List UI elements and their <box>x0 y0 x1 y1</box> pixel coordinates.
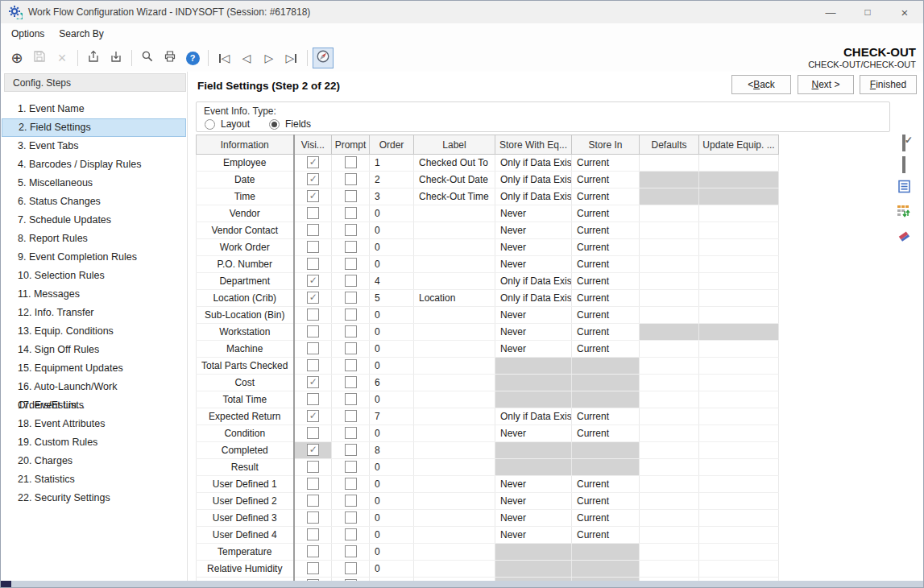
cell-visible[interactable] <box>294 290 332 307</box>
cell-visible[interactable] <box>294 442 332 459</box>
cell-visible[interactable] <box>294 391 332 408</box>
cell-store-in[interactable]: Current <box>572 527 640 544</box>
cell-prompt[interactable] <box>332 391 370 408</box>
cell-store-in[interactable]: Current <box>572 205 640 222</box>
visible-checkbox[interactable] <box>307 461 319 473</box>
cell-visible[interactable] <box>294 476 332 493</box>
cell-defaults[interactable] <box>640 527 699 544</box>
eraser-button[interactable] <box>897 229 911 246</box>
prompt-checkbox[interactable] <box>345 427 357 439</box>
cell-prompt[interactable] <box>332 442 370 459</box>
cell-defaults[interactable] <box>640 256 699 273</box>
cell-store-with[interactable]: Never <box>495 425 572 442</box>
cell-store-in[interactable]: Current <box>572 172 640 188</box>
cell-defaults[interactable] <box>640 510 699 527</box>
export-button[interactable] <box>83 48 104 68</box>
sidebar-item-step-3[interactable]: 3. Event Tabs <box>1 137 187 155</box>
cell-prompt[interactable] <box>332 493 370 510</box>
cell-prompt[interactable] <box>332 273 370 290</box>
cell-store-in[interactable]: Current <box>572 222 640 239</box>
column-header-store_with[interactable]: Store With Eq... <box>495 135 572 155</box>
cell-defaults[interactable] <box>640 493 699 510</box>
cell-order[interactable]: 1 <box>370 155 414 172</box>
cell-information[interactable]: Vendor <box>197 205 294 222</box>
sidebar-item-step-2[interactable]: 2. Field Settings <box>2 118 186 137</box>
horizontal-scrollbar[interactable] <box>1 581 923 587</box>
cell-defaults[interactable] <box>640 391 699 408</box>
cell-store-in[interactable]: Current <box>572 273 640 290</box>
cell-visible[interactable] <box>294 273 332 290</box>
cell-store-in[interactable]: Current <box>572 324 640 341</box>
cell-prompt[interactable] <box>332 425 370 442</box>
prompt-checkbox[interactable] <box>345 478 357 490</box>
cell-visible[interactable] <box>294 459 332 476</box>
cell-order[interactable]: 0 <box>370 544 414 561</box>
cell-defaults[interactable] <box>640 358 699 375</box>
prompt-checkbox[interactable] <box>345 190 357 202</box>
cell-information[interactable]: Work Order <box>197 239 294 256</box>
form-fields-button[interactable] <box>897 180 911 197</box>
cell-update-equip[interactable] <box>699 239 779 256</box>
prompt-checkbox[interactable] <box>345 156 357 168</box>
column-header-order[interactable]: Order <box>370 135 414 155</box>
cell-store-with[interactable]: Never <box>495 527 572 544</box>
cell-prompt[interactable] <box>332 544 370 561</box>
prompt-checkbox[interactable] <box>345 325 357 337</box>
cell-information[interactable]: Condition <box>197 425 294 442</box>
radio-layout[interactable]: Layout <box>205 118 250 130</box>
cell-information[interactable]: User Defined 2 <box>197 493 294 510</box>
cell-update-equip[interactable] <box>699 155 779 172</box>
cell-store-in[interactable]: Current <box>572 239 640 256</box>
cell-information[interactable]: Relative Humidity <box>197 561 294 578</box>
sidebar-item-step-12[interactable]: 12. Info. Transfer <box>1 304 187 322</box>
column-header-visible[interactable]: Visi... <box>294 135 332 155</box>
maximize-button[interactable]: □ <box>849 1 886 23</box>
sidebar-item-step-17[interactable]: 17. Event Lists <box>1 396 187 415</box>
cell-store-in[interactable]: Current <box>572 188 640 205</box>
sidebar-item-step-18[interactable]: 18. Event Attributes <box>1 415 187 433</box>
prompt-checkbox[interactable] <box>345 495 357 507</box>
cell-label[interactable] <box>414 510 495 527</box>
visible-checkbox[interactable] <box>307 528 319 540</box>
prompt-checkbox[interactable] <box>345 359 357 371</box>
visible-checkbox[interactable] <box>307 359 319 371</box>
cell-label[interactable] <box>414 561 495 578</box>
cell-label[interactable] <box>414 273 495 290</box>
prompt-checkbox[interactable] <box>345 173 357 185</box>
cell-store-with[interactable]: Never <box>495 239 572 256</box>
cell-store-in[interactable]: Current <box>572 155 640 172</box>
cell-label[interactable] <box>414 239 495 256</box>
nav-prev-button[interactable]: ◁ <box>236 48 257 68</box>
cell-prompt[interactable] <box>332 222 370 239</box>
prompt-checkbox[interactable] <box>345 376 357 388</box>
cell-order[interactable]: 0 <box>370 341 414 358</box>
cell-defaults[interactable] <box>640 425 699 442</box>
cell-defaults[interactable] <box>640 290 699 307</box>
cell-update-equip[interactable] <box>699 510 779 527</box>
prompt-checkbox[interactable] <box>345 207 357 219</box>
cell-order[interactable]: 0 <box>370 391 414 408</box>
sidebar-item-step-6[interactable]: 6. Status Changes <box>1 193 187 211</box>
cell-information[interactable]: Total Time <box>197 391 294 408</box>
prompt-checkbox[interactable] <box>345 562 357 574</box>
cell-information[interactable]: Workstation <box>197 324 294 341</box>
cell-store-in[interactable]: Current <box>572 493 640 510</box>
menu-item-search-by[interactable]: Search By <box>52 25 110 43</box>
cell-defaults[interactable] <box>640 222 699 239</box>
cell-information[interactable]: Date <box>197 172 294 188</box>
sidebar-item-step-9[interactable]: 9. Event Completion Rules <box>1 248 187 267</box>
sidebar-item-step-8[interactable]: 8. Report Rules <box>1 230 187 248</box>
cell-order[interactable]: 0 <box>370 493 414 510</box>
prompt-checkbox[interactable] <box>345 224 357 236</box>
cell-visible[interactable] <box>294 239 332 256</box>
cell-update-equip[interactable] <box>699 205 779 222</box>
visible-checkbox[interactable] <box>307 545 319 557</box>
cell-label[interactable] <box>414 493 495 510</box>
cell-visible[interactable] <box>294 358 332 375</box>
cell-prompt[interactable] <box>332 239 370 256</box>
cell-prompt[interactable] <box>332 527 370 544</box>
column-header-defaults[interactable]: Defaults <box>640 135 699 155</box>
delete-button[interactable]: × <box>52 48 73 68</box>
visible-checkbox[interactable] <box>307 410 319 422</box>
nav-first-button[interactable]: ◁ <box>213 48 234 68</box>
